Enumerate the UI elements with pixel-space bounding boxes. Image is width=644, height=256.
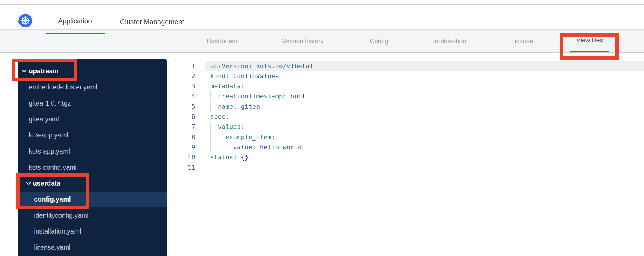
- line-number: 10: [177, 152, 195, 162]
- code-token: null: [290, 93, 306, 100]
- code-token: name:: [218, 103, 237, 110]
- tree-item-kots-app-yaml[interactable]: kots-app.yaml: [18, 144, 167, 160]
- tree-item-config-yaml[interactable]: config.yaml: [18, 192, 167, 208]
- subnav-tab-config[interactable]: Config: [364, 30, 394, 52]
- app-header: Application Cluster Management: [0, 5, 644, 30]
- tree-item-gitea-1-0-7-tgz[interactable]: gitea-1.0.7.tgz: [18, 95, 167, 111]
- code-line-2: kind: ConfigValues: [210, 71, 279, 81]
- code-line-1: apiVersion: kots.io/v1beta1: [210, 61, 313, 71]
- code-line-9: value: hello world: [210, 142, 302, 152]
- code-token: apiVersion:: [210, 62, 252, 70]
- code-line-4: creationTimestamp: null: [210, 91, 306, 101]
- line-number: 3: [177, 81, 195, 91]
- code-token: [210, 123, 218, 130]
- line-number: 9: [177, 142, 195, 152]
- code-token: [287, 93, 290, 100]
- tree-item-embedded-cluster-yaml[interactable]: embedded-cluster.yaml: [18, 79, 167, 95]
- folder-label: userdata: [33, 179, 60, 187]
- chevron-down-icon: [26, 182, 31, 185]
- code-token: kind:: [210, 72, 229, 80]
- code-token: creationTimestamp:: [218, 93, 287, 100]
- subnav-tab-version-history[interactable]: Version history: [276, 30, 330, 52]
- kubernetes-logo-icon: [18, 13, 33, 28]
- file-label: installation.yaml: [34, 228, 81, 235]
- code-line-7: values:: [210, 122, 245, 132]
- file-label: gitea-1.0.7.tgz: [29, 100, 71, 107]
- code-token: [237, 103, 241, 110]
- file-label: config.yaml: [34, 196, 71, 203]
- tree-item-upstream[interactable]: upstream: [18, 63, 167, 79]
- file-label: kots-app.yaml: [29, 148, 70, 155]
- code-token: hello world: [260, 144, 302, 151]
- code-token: {}: [241, 154, 249, 161]
- code-token: [237, 154, 241, 161]
- tree-item-license-yaml[interactable]: license.yaml: [18, 240, 167, 256]
- code-line-5: name: gitea: [210, 102, 260, 112]
- code-token: [210, 93, 218, 100]
- line-number: 2: [177, 71, 195, 81]
- code-token: metadata:: [210, 83, 245, 90]
- code-line-8: example_item:: [210, 132, 275, 142]
- file-label: license.yaml: [34, 244, 71, 251]
- code-token: ConfigValues: [233, 72, 279, 80]
- code-token: example_item:: [226, 133, 275, 141]
- line-number: 11: [177, 163, 195, 173]
- line-number: 6: [177, 112, 195, 122]
- code-line-10: status: {}: [210, 152, 248, 162]
- line-number: 7: [177, 122, 195, 132]
- code-token: gitea: [241, 103, 260, 110]
- line-number: 5: [177, 102, 195, 112]
- subnav-tab-view-files[interactable]: View files: [570, 30, 609, 52]
- code-token: status:: [210, 154, 237, 161]
- file-label: identityconfig.yaml: [34, 212, 88, 219]
- file-tree-sidebar: upstreamembedded-cluster.yamlgitea-1.0.7…: [18, 59, 167, 256]
- file-label: gitea.yaml: [29, 115, 59, 123]
- tree-item-k8s-app-yaml[interactable]: k8s-app.yaml: [18, 127, 167, 144]
- code-line-3: metadata:: [210, 81, 245, 91]
- tree-item-kots-config-yaml[interactable]: kots-config.yaml: [18, 159, 167, 175]
- code-token: [256, 144, 260, 151]
- code-token: [210, 133, 226, 141]
- subnav-tab-troubleshoot[interactable]: Troubleshoot: [426, 30, 473, 52]
- tree-item-gitea-yaml[interactable]: gitea.yaml: [18, 111, 167, 127]
- subnav-tab-license[interactable]: License: [506, 30, 538, 52]
- file-label: embedded-cluster.yaml: [29, 83, 97, 91]
- file-label: k8s-app.yaml: [29, 131, 68, 139]
- chevron-down-icon: [22, 70, 27, 73]
- code-token: [229, 72, 233, 80]
- code-token: [252, 62, 256, 70]
- code-token: [210, 144, 233, 151]
- code-token: value:: [233, 144, 256, 151]
- tree-item-installation-yaml[interactable]: installation.yaml: [18, 223, 167, 240]
- tree-item-userdata[interactable]: userdata: [18, 175, 167, 192]
- code-line-6: spec:: [210, 112, 229, 122]
- line-number: 4: [177, 91, 195, 101]
- file-label: kots-config.yaml: [29, 164, 77, 171]
- code-token: spec:: [210, 113, 229, 120]
- tree-item-identityconfig-yaml[interactable]: identityconfig.yaml: [18, 207, 167, 223]
- code-token: [210, 103, 218, 110]
- subnav-tab-dashboard[interactable]: Dashboard: [201, 30, 243, 52]
- folder-label: upstream: [29, 67, 59, 75]
- code-token: kots.io/v1beta1: [256, 62, 313, 70]
- code-editor[interactable]: 1apiVersion: kots.io/v1beta12kind: Confi…: [174, 59, 644, 256]
- tab-application[interactable]: Application: [46, 9, 105, 34]
- line-number: 1: [177, 61, 195, 71]
- line-number: 8: [177, 132, 195, 142]
- code-token: values:: [218, 123, 245, 130]
